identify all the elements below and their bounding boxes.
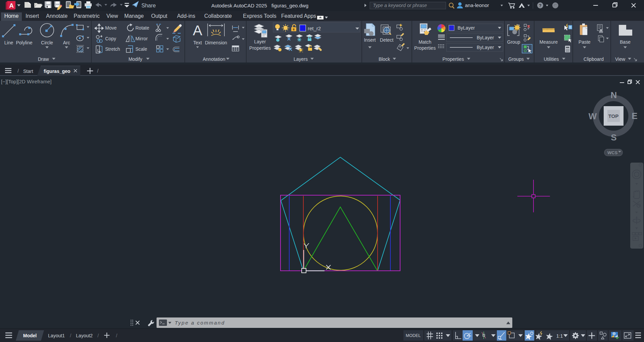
svg-text:Stretch: Stretch: [105, 46, 120, 52]
svg-text:Line: Line: [4, 40, 13, 45]
svg-text:N: N: [611, 90, 617, 100]
svg-text:TOP: TOP: [608, 113, 619, 119]
svg-text:Groups: Groups: [508, 56, 524, 62]
svg-text:Layer: Layer: [254, 39, 266, 44]
svg-text:Type a keyword or phrase: Type a keyword or phrase: [373, 3, 427, 8]
svg-text:WCS: WCS: [607, 150, 618, 155]
svg-text:Annotation: Annotation: [203, 56, 225, 62]
svg-text:Clipboard: Clipboard: [584, 56, 604, 62]
svg-text:Base: Base: [620, 39, 631, 45]
svg-text:MODEL: MODEL: [406, 333, 421, 338]
svg-text:Layers: Layers: [294, 56, 308, 62]
svg-text:ByLayer: ByLayer: [458, 25, 475, 31]
svg-text:Match: Match: [419, 39, 431, 45]
svg-text:W: W: [589, 111, 597, 121]
svg-text:Properties: Properties: [442, 56, 464, 62]
svg-text:Share: Share: [141, 3, 156, 8]
svg-text:Mirror: Mirror: [135, 36, 148, 41]
svg-text:?: ?: [539, 3, 542, 8]
svg-text:ana-leonor: ana-leonor: [465, 2, 489, 8]
svg-text:A: A: [193, 23, 202, 38]
svg-text:S: S: [611, 132, 616, 142]
svg-text:Type a command: Type a command: [175, 320, 225, 326]
svg-text:Detect: Detect: [380, 37, 394, 43]
svg-text:Layout1: Layout1: [48, 333, 65, 338]
svg-text:figuras_geo.dwg: figuras_geo.dwg: [271, 3, 308, 8]
svg-text:Measure: Measure: [540, 39, 558, 45]
svg-text:Copy: Copy: [105, 36, 116, 41]
svg-text:View: View: [615, 56, 626, 62]
svg-text:Layout2: Layout2: [76, 333, 93, 338]
svg-text:Polyline: Polyline: [16, 40, 32, 45]
svg-text:Start: Start: [23, 69, 33, 74]
svg-text:Draw: Draw: [38, 56, 49, 62]
svg-text:/: /: [97, 333, 99, 338]
svg-text:figuras_geo: figuras_geo: [44, 69, 70, 74]
svg-text:Group: Group: [507, 39, 520, 45]
svg-text:Rotate: Rotate: [135, 25, 149, 31]
svg-text:Dimension: Dimension: [205, 40, 227, 45]
svg-text:1:1: 1:1: [556, 333, 563, 339]
svg-text:/: /: [116, 333, 118, 338]
svg-text:ret_r2: ret_r2: [308, 26, 321, 31]
svg-text:Text: Text: [193, 40, 202, 45]
svg-text:Autodesk AutoCAD 2025: Autodesk AutoCAD 2025: [211, 3, 267, 8]
svg-text:Properties: Properties: [249, 45, 271, 51]
svg-text:Paste: Paste: [578, 39, 591, 45]
svg-text:Circle: Circle: [41, 40, 53, 45]
svg-text:Utilities: Utilities: [544, 56, 559, 62]
svg-text:Modify: Modify: [128, 56, 142, 62]
svg-text:Block: Block: [379, 56, 390, 62]
svg-text:E: E: [632, 111, 637, 121]
svg-text:/: /: [97, 68, 99, 74]
svg-text:Arc: Arc: [63, 40, 70, 45]
svg-text:Insert: Insert: [364, 37, 376, 43]
svg-text:[−][Top][2D Wireframe]: [−][Top][2D Wireframe]: [1, 79, 51, 84]
svg-text:Model: Model: [23, 333, 37, 338]
svg-text:Properties: Properties: [414, 45, 436, 51]
svg-text:/: /: [70, 333, 72, 338]
svg-text:Move: Move: [105, 25, 117, 31]
svg-text:Scale: Scale: [135, 46, 147, 52]
svg-text:ByLayer: ByLayer: [477, 35, 494, 40]
svg-text:ByLayer: ByLayer: [477, 45, 494, 50]
svg-text:/: /: [17, 68, 19, 74]
svg-text:A: A: [9, 2, 14, 9]
